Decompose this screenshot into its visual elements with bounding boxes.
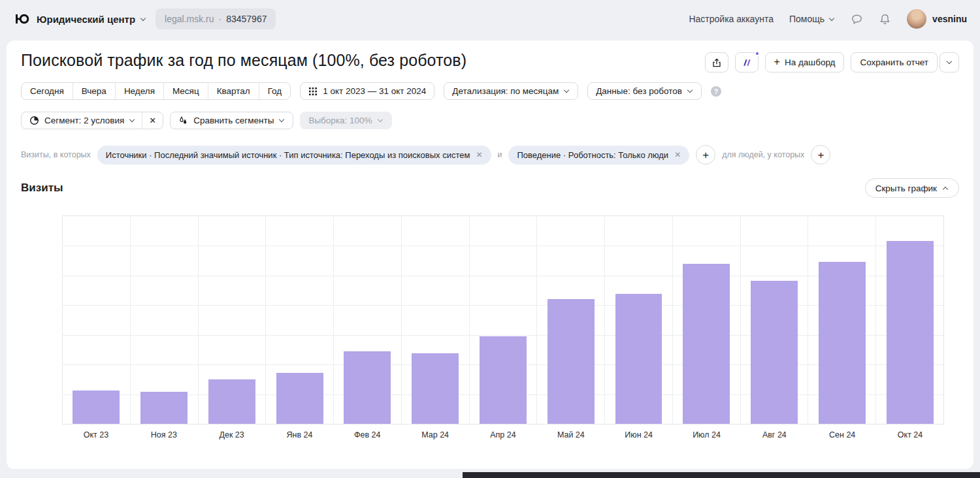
chevron-up-icon (943, 185, 949, 191)
bottom-panel-edge (463, 472, 980, 478)
chip-remove-icon[interactable]: ✕ (476, 150, 482, 159)
chart-column (334, 216, 402, 424)
x-axis-label: Дек 23 (198, 430, 266, 439)
chevron-down-icon (687, 88, 693, 94)
user-menu[interactable]: vesninu (907, 9, 967, 29)
filters-row-2: Сегмент: 2 условия ✕ Сравнить сегменты В… (21, 112, 959, 129)
date-range-value: 1 окт 2023 — 31 окт 2024 (323, 86, 426, 96)
tab-quarter[interactable]: Квартал (208, 83, 259, 99)
segment-clear-button[interactable]: ✕ (142, 112, 163, 129)
chart-column (402, 216, 470, 424)
x-axis-label: Апр 24 (469, 430, 537, 439)
hide-chart-button[interactable]: Скрыть график (865, 178, 959, 198)
data-mode-value: Данные: без роботов (596, 86, 682, 96)
save-report-split-button: Сохранить отчет (851, 52, 959, 72)
tab-today[interactable]: Сегодня (22, 83, 73, 99)
x-axis-label: Фев 24 (333, 430, 401, 439)
counter-info-badge[interactable]: legal.msk.ru · 83457967 (155, 8, 276, 29)
avatar (907, 9, 926, 29)
username: vesninu (932, 14, 967, 24)
metrica-logo-icon[interactable] (13, 10, 30, 27)
detalization-dropdown[interactable]: Детализация: по месяцам (444, 82, 578, 100)
bar-Май 24[interactable] (547, 299, 595, 424)
chart-column (537, 216, 605, 424)
segment-conditions-row: Визиты, в которых Источники · Последний … (21, 145, 959, 165)
x-axis-label: Май 24 (537, 430, 605, 439)
counter-name: Юридический центр (37, 14, 135, 25)
plus-icon: + (774, 57, 780, 67)
chart-column (131, 216, 199, 424)
chevron-down-icon (564, 88, 570, 94)
compare-segments-dropdown[interactable]: Сравнить сегменты (170, 112, 293, 129)
title-actions: + На дашборд Сохранить отчет (705, 52, 959, 72)
bar-Фев 24[interactable] (344, 351, 391, 424)
separator-dot: · (219, 14, 222, 24)
bar-Янв 24[interactable] (276, 373, 323, 424)
bar-Ноя 23[interactable] (140, 392, 188, 424)
pie-segment-icon (29, 116, 39, 125)
bar-Июл 24[interactable] (683, 264, 730, 424)
segment-dropdown[interactable]: Сегмент: 2 условия ✕ (21, 112, 163, 129)
x-axis-label: Сен 24 (808, 430, 876, 439)
bar-Июн 24[interactable] (615, 294, 662, 424)
tab-week[interactable]: Неделя (116, 83, 164, 99)
save-report-menu-button[interactable] (939, 52, 959, 72)
notification-dot (755, 51, 760, 56)
bar-Сен 24[interactable] (819, 262, 866, 424)
add-visit-condition-button[interactable]: + (696, 145, 715, 165)
add-to-dashboard-button[interactable]: + На дашборд (765, 52, 845, 72)
chevron-down-icon (947, 59, 953, 65)
counter-domain: legal.msk.ru (165, 14, 214, 24)
chart-column (741, 216, 809, 424)
bar-Мар 24[interactable] (412, 353, 459, 424)
chevron-down-icon (129, 118, 135, 123)
account-settings-link[interactable]: Настройка аккаунта (689, 14, 774, 24)
data-mode-dropdown[interactable]: Данные: без роботов (587, 82, 702, 100)
tab-month[interactable]: Месяц (164, 83, 208, 99)
chip-remove-icon[interactable]: ✕ (674, 150, 681, 159)
sampling-dropdown[interactable]: Выборка: 100% (300, 112, 391, 129)
compare-segments-label: Сравнить сегменты (193, 116, 274, 125)
tab-year[interactable]: Год (259, 83, 291, 99)
and-label: и (498, 150, 502, 159)
add-people-condition-button[interactable]: + (811, 145, 830, 165)
topbar-right: Настройка аккаунта Помощь vesninu (689, 9, 967, 29)
segment-chip-behavior[interactable]: Поведение · Роботность: Только люди ✕ (508, 146, 689, 165)
segment-chip-behavior-text: Поведение · Роботность: Только люди (517, 150, 668, 160)
compare-drops-icon (178, 116, 188, 125)
bar-Окт 23[interactable] (73, 390, 120, 424)
x-axis-label: Окт 23 (62, 430, 130, 439)
chart-plot (62, 215, 944, 424)
chevron-down-icon (378, 118, 384, 123)
help-question-icon[interactable]: ? (711, 86, 721, 97)
segment-chip-source-text: Источники · Последний значимый источник … (106, 150, 470, 160)
title-row: Поисковой трафик за год по месяцам (100%… (21, 51, 959, 73)
add-to-dashboard-label: На дашборд (785, 57, 836, 67)
save-report-button[interactable]: Сохранить отчет (851, 52, 938, 72)
bar-Авг 24[interactable] (751, 281, 798, 424)
x-axis-label: Авг 24 (740, 430, 808, 439)
help-menu[interactable]: Помощь (789, 14, 835, 24)
chart-column (63, 216, 131, 424)
sampling-value: Выборка: 100% (308, 116, 372, 125)
counter-id: 83457967 (226, 14, 267, 24)
chart-column (673, 216, 741, 424)
counter-switcher[interactable]: Юридический центр (37, 14, 146, 25)
export-button[interactable] (705, 52, 728, 72)
visits-bar-chart: Окт 23Ноя 23Дек 23Янв 24Фев 24Мар 24Апр … (62, 215, 944, 439)
bar-Окт 24[interactable] (887, 241, 934, 424)
feedback-icon[interactable] (851, 13, 863, 25)
tab-yesterday[interactable]: Вчера (73, 83, 116, 99)
notifications-bell-icon[interactable] (879, 13, 891, 25)
bar-Дек 23[interactable] (208, 379, 255, 424)
date-range-picker[interactable]: 1 окт 2023 — 31 окт 2024 (300, 82, 434, 100)
chart-title: Визиты (21, 182, 63, 195)
calendar-grid-icon (308, 87, 318, 96)
segment-chip-source[interactable]: Источники · Последний значимый источник … (97, 146, 491, 165)
filters-row-1: Сегодня Вчера Неделя Месяц Квартал Год 1… (21, 82, 959, 100)
help-label: Помощь (789, 14, 825, 24)
metrica-apps-button[interactable] (735, 52, 759, 72)
bar-Апр 24[interactable] (480, 336, 527, 424)
chart-header-row: Визиты Скрыть график (21, 179, 959, 197)
chart-column (876, 216, 943, 424)
